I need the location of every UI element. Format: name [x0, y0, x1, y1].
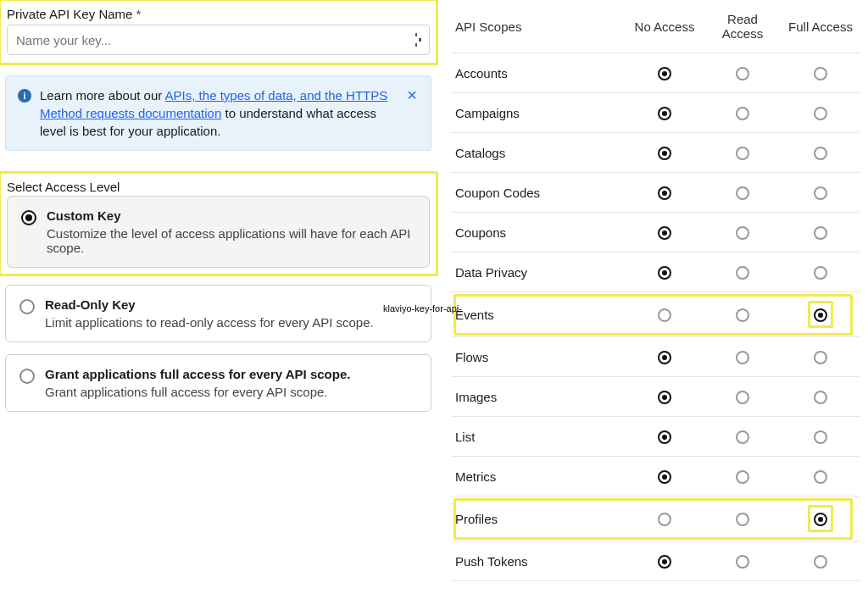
info-icon: i: [18, 89, 31, 103]
banner-close-icon[interactable]: ×: [405, 86, 419, 103]
radio-highlight: [811, 508, 830, 529]
scope-name: List: [452, 417, 626, 457]
scope-radio-read[interactable]: [736, 107, 749, 120]
option-title: Grant applications full access for every…: [45, 367, 417, 381]
scope-radio-read[interactable]: [736, 67, 749, 80]
radio-icon: [21, 210, 36, 225]
scope-radio-full[interactable]: [814, 391, 827, 404]
scope-radio-full[interactable]: [814, 107, 827, 120]
option-desc: Limit applications to read-only access f…: [45, 315, 417, 330]
scope-radio-no[interactable]: [658, 226, 671, 240]
access-level-option-readonly[interactable]: Read-Only Key Limit applications to read…: [5, 285, 431, 342]
scope-row: Flows: [452, 337, 860, 377]
scope-radio-no[interactable]: [658, 266, 671, 280]
scope-row: Coupons: [452, 213, 860, 253]
scope-row: Campaigns: [452, 93, 860, 133]
scope-name: Profiles: [452, 497, 626, 541]
scope-radio-full[interactable]: [814, 513, 827, 526]
scope-name: Push Tokens: [452, 541, 626, 581]
scope-radio-no[interactable]: [658, 107, 671, 120]
scope-name: Accounts: [452, 53, 626, 93]
image-caption: klaviyo-key-for-api-: [383, 303, 462, 314]
access-level-option-custom[interactable]: Custom Key Customize the level of access…: [7, 196, 430, 268]
option-desc: Grant applications full access for every…: [45, 385, 417, 399]
scope-radio-full[interactable]: [814, 67, 827, 80]
access-level-highlight: Select Access Level Custom Key Customize…: [2, 175, 435, 273]
scope-radio-no[interactable]: [658, 430, 671, 444]
scope-radio-read[interactable]: [736, 391, 749, 404]
scope-radio-no[interactable]: [658, 147, 671, 160]
key-name-input[interactable]: [7, 25, 430, 55]
scope-radio-read[interactable]: [736, 555, 749, 569]
scope-radio-no[interactable]: [658, 555, 671, 569]
scope-radio-no[interactable]: [658, 470, 671, 484]
banner-prefix: Learn more about our: [40, 88, 165, 103]
scope-radio-full[interactable]: [814, 470, 827, 484]
radio-highlight: [811, 304, 830, 325]
info-banner: i Learn more about our APIs, the types o…: [5, 75, 431, 151]
scope-radio-no[interactable]: [658, 186, 671, 200]
scope-row: Coupon Codes: [452, 173, 860, 213]
scope-radio-full[interactable]: [814, 351, 827, 364]
option-desc: Customize the level of access applicatio…: [47, 226, 415, 255]
scope-radio-no[interactable]: [658, 67, 671, 80]
scope-radio-read[interactable]: [736, 351, 749, 364]
scope-radio-full[interactable]: [814, 555, 827, 569]
scope-radio-full[interactable]: [814, 430, 827, 444]
radio-icon: [19, 369, 35, 384]
scope-row: Push Tokens: [452, 541, 860, 581]
access-level-label: Select Access Level: [2, 175, 435, 196]
scopes-table: API Scopes No Access Read Access Full Ac…: [452, 0, 860, 581]
scope-radio-no[interactable]: [658, 513, 671, 526]
scopes-header-name: API Scopes: [452, 0, 626, 53]
scopes-header-full-access: Full Access: [782, 0, 860, 53]
scopes-header-read-access: Read Access: [704, 0, 782, 53]
scope-name: Data Privacy: [452, 253, 626, 292]
scope-radio-full[interactable]: [814, 266, 827, 280]
scope-row: List: [452, 417, 860, 457]
radio-icon: [19, 299, 35, 314]
key-name-label: Private API Key Name*: [2, 2, 435, 25]
input-icon: [415, 33, 421, 47]
scope-row: Events: [452, 292, 860, 337]
scope-row: Data Privacy: [452, 253, 860, 292]
scope-radio-full[interactable]: [814, 186, 827, 200]
scope-name: Coupons: [452, 213, 626, 253]
scope-radio-read[interactable]: [736, 226, 749, 240]
scope-radio-read[interactable]: [736, 430, 749, 444]
required-asterisk: *: [136, 7, 141, 21]
scope-radio-full[interactable]: [814, 308, 827, 322]
scope-name: Flows: [452, 337, 626, 377]
scope-radio-full[interactable]: [814, 147, 827, 160]
scope-radio-read[interactable]: [736, 186, 749, 200]
scope-row: Metrics: [452, 457, 860, 497]
option-title: Read-Only Key: [45, 297, 417, 312]
access-level-option-full[interactable]: Grant applications full access for every…: [5, 354, 431, 412]
scope-radio-read[interactable]: [736, 147, 749, 160]
scope-radio-no[interactable]: [658, 351, 671, 364]
scope-radio-no[interactable]: [658, 391, 671, 404]
key-name-section: Private API Key Name*: [2, 2, 435, 62]
scope-row: Accounts: [452, 53, 860, 93]
scope-row: Images: [452, 377, 860, 417]
scope-row: Catalogs: [452, 133, 860, 173]
scope-radio-read[interactable]: [736, 470, 749, 484]
scopes-header-no-access: No Access: [626, 0, 704, 53]
scope-radio-no[interactable]: [658, 308, 671, 322]
option-title: Custom Key: [47, 208, 415, 223]
scope-name: Coupon Codes: [452, 173, 626, 213]
scope-radio-full[interactable]: [814, 226, 827, 240]
scope-radio-read[interactable]: [736, 513, 749, 526]
scope-row: Profiles: [452, 497, 860, 541]
scope-radio-read[interactable]: [736, 308, 749, 322]
scope-name: Images: [452, 377, 626, 417]
scope-name: Campaigns: [452, 93, 626, 133]
scope-radio-read[interactable]: [736, 266, 749, 280]
scope-name: Catalogs: [452, 133, 626, 173]
scope-name: Events: [452, 292, 626, 337]
scope-name: Metrics: [452, 457, 626, 497]
